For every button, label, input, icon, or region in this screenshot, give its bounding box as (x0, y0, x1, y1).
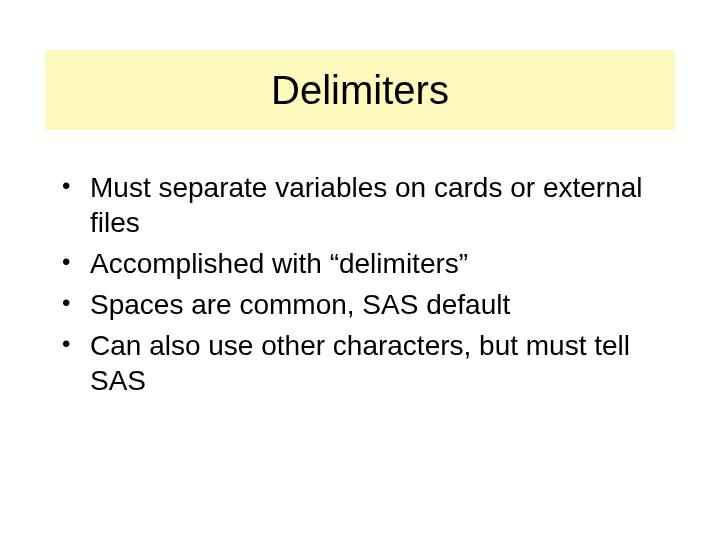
slide-title: Delimiters (271, 68, 449, 113)
title-box: Delimiters (45, 50, 675, 130)
bullet-list: Must separate variables on cards or exte… (60, 170, 660, 404)
list-item: Spaces are common, SAS default (60, 287, 660, 322)
list-item: Must separate variables on cards or exte… (60, 170, 660, 240)
bullet-text: Accomplished with “delimiters” (90, 248, 468, 279)
slide: Delimiters Must separate variables on ca… (0, 0, 720, 540)
list-item: Accomplished with “delimiters” (60, 246, 660, 281)
bullet-text: Spaces are common, SAS default (90, 289, 510, 320)
bullet-text: Must separate variables on cards or exte… (90, 172, 643, 238)
bullet-text: Can also use other characters, but must … (90, 330, 630, 396)
list-item: Can also use other characters, but must … (60, 328, 660, 398)
